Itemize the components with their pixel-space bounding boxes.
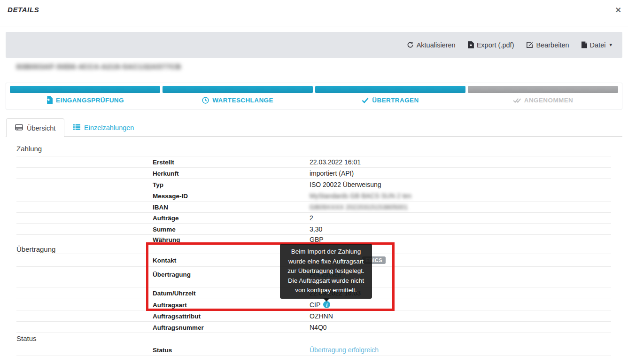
section-header: Status: [16, 333, 611, 344]
check-icon: [362, 97, 369, 103]
table-row: Message-IDMyStandards GB BACS SUN 2 ten: [16, 190, 611, 201]
export-pdf-button[interactable]: Export (.pdf): [468, 41, 514, 49]
step-warteschlange: WARTESCHLANGE: [163, 96, 313, 104]
table-row: StatusÜbertragung erfolgreich: [16, 344, 611, 356]
progress-bar-warteschlange: [163, 86, 313, 93]
edit-icon: [526, 41, 533, 48]
table-row: TypISO 20022 Überweisung: [16, 179, 611, 190]
refresh-label: Aktualisieren: [417, 41, 456, 49]
row-value-text: Übertragung erfolgreich: [310, 346, 379, 354]
toolbar: Aktualisieren Export (.pdf) Bearbeiten D…: [6, 32, 622, 58]
refresh-icon: [407, 41, 414, 48]
progress-bar-angenommen: [468, 86, 618, 93]
row-value: GB09XXXX 20220315153805001: [310, 203, 408, 211]
file-menu-label: Datei: [590, 41, 606, 49]
progress-bar-eingangspruefung: [10, 86, 160, 93]
export-pdf-label: Export (.pdf): [477, 41, 514, 49]
progress-bar-uebertragen: [315, 86, 465, 93]
row-label: Kontakt: [153, 257, 176, 264]
table-row: WährungGBP: [16, 235, 611, 244]
table-row: AuftragsattributOZHNN: [16, 310, 611, 322]
page-title: DETAILS: [8, 6, 39, 14]
table-row: Herkunftimportiert (API): [16, 168, 611, 179]
row-label: Status: [153, 347, 172, 354]
refresh-button[interactable]: Aktualisieren: [407, 41, 456, 49]
row-value: ISO 20022 Überweisung: [310, 181, 381, 188]
row-value[interactable]: Übertragung erfolgreich: [310, 346, 379, 354]
caret-down-icon: ▾: [609, 42, 612, 48]
step-label: ANGENOMMEN: [524, 97, 574, 104]
row-label: Übertragung: [153, 271, 191, 278]
tab-label: Einzelzahlungen: [84, 124, 134, 132]
row-value-text: CIP: [310, 301, 320, 309]
step-label: WARTESCHLANGE: [212, 97, 273, 104]
section-title: Zahlung: [16, 145, 42, 156]
tab-einzelzahlungen[interactable]: Einzelzahlungen: [65, 118, 142, 137]
row-label: Erstellt: [153, 158, 174, 165]
row-value: 3,30: [310, 225, 322, 233]
row-value: MyStandards GB BACS SUN 2 ten: [310, 192, 411, 200]
step-label: EINGANGSPRÜFUNG: [56, 97, 124, 104]
row-value-text: importiert (API): [310, 170, 354, 177]
close-icon[interactable]: ✕: [615, 6, 621, 15]
row-value-text: OZHNN: [310, 312, 333, 320]
file-import-icon: [46, 96, 53, 104]
tab-label: Übersicht: [27, 124, 55, 132]
step-uebertragen: ÜBERTRAGEN: [315, 96, 465, 104]
file-menu-button[interactable]: Datei ▾: [581, 41, 612, 49]
tooltip-line: Die Auftragsart wurde nicht: [282, 276, 370, 286]
row-value: 22.03.2022 16:01: [310, 158, 361, 166]
tab-uebersicht[interactable]: Übersicht: [6, 118, 64, 137]
row-value: CIPi: [310, 301, 330, 309]
info-icon[interactable]: i: [323, 301, 330, 308]
edit-button[interactable]: Bearbeiten: [526, 41, 569, 49]
double-check-icon: [513, 97, 521, 103]
row-value: N4Q0: [310, 324, 327, 331]
progress-panel: EINGANGSPRÜFUNG WARTESCHLANGE ÜBERTRAGEN: [6, 83, 622, 109]
auftragsart-tooltip: Beim Import der Zahlung wurde eine fixe …: [280, 244, 372, 299]
row-value: 2: [310, 214, 313, 222]
payment-id-redacted: 83B003AF-50D6-4CC4-A219-5AC132A577CB: [16, 62, 181, 70]
section-title: Übertragung: [16, 245, 55, 253]
tooltip-arrow: [323, 298, 330, 302]
step-angenommen: ANGENOMMEN: [468, 96, 618, 104]
row-value: OZHNN: [310, 312, 333, 320]
row-value-text: 2: [310, 214, 313, 222]
section-header: Zahlung: [16, 141, 611, 156]
table-row: IBANGB09XXXX 20220315153805001: [16, 201, 611, 213]
row-label: Währung: [153, 236, 180, 243]
row-label: Message-ID: [153, 192, 188, 199]
row-label: Typ: [153, 181, 163, 188]
step-label: ÜBERTRAGEN: [372, 97, 419, 104]
step-eingangspruefung: EINGANGSPRÜFUNG: [10, 96, 160, 104]
tooltip-line: von konfipay ermittelt.: [282, 286, 370, 295]
row-value-text: GB09XXXX 20220315153805001: [310, 203, 408, 211]
table-row: AuftragsnummerN4Q0: [16, 322, 611, 333]
row-value-text: 22.03.2022 16:01: [310, 158, 361, 166]
row-label: Aufträge: [153, 215, 179, 222]
row-label: Auftragsnummer: [153, 324, 204, 331]
clock-icon: [202, 97, 209, 104]
row-value-text: 3,30: [310, 225, 322, 233]
table-row: Summe3,30: [16, 224, 611, 235]
row-label: Summe: [153, 225, 176, 232]
table-row: AuftragsartCIPi: [16, 299, 611, 310]
row-value-text: ISO 20022 Überweisung: [310, 181, 381, 188]
tooltip-line: wurde eine fixe Auftragsart: [282, 257, 370, 267]
row-label: Datum/Uhrzeit: [153, 290, 196, 297]
table-row: Aufträge2: [16, 213, 611, 224]
row-label: Herkunft: [153, 170, 179, 177]
row-value-text: N4Q0: [310, 324, 327, 331]
card-icon: [15, 124, 23, 132]
row-value-text: GBP: [310, 236, 324, 243]
section-title: Status: [16, 334, 37, 342]
row-label: Auftragsattribut: [153, 312, 201, 319]
row-value: GBP: [310, 236, 324, 243]
row-label: IBAN: [153, 203, 168, 210]
file-export-icon: [468, 41, 474, 48]
row-value: importiert (API): [310, 170, 354, 177]
table-row: Erstellt22.03.2022 16:01: [16, 156, 611, 168]
tooltip-line: Beim Import der Zahlung: [282, 247, 370, 257]
edit-label: Bearbeiten: [536, 41, 569, 49]
file-icon: [581, 41, 587, 48]
